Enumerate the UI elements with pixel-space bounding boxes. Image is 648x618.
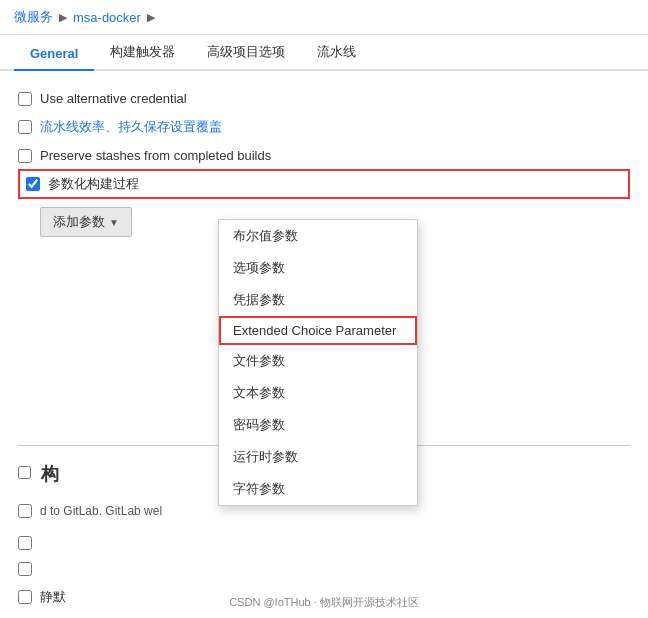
section-label-gou: 构 [41, 462, 59, 486]
arrow-down-icon: ▼ [109, 217, 119, 228]
dropdown-menu: 布尔值参数 选项参数 凭据参数 Extended Choice Paramete… [218, 219, 418, 506]
tab-advanced[interactable]: 高级项目选项 [191, 35, 301, 71]
breadcrumb: 微服务 ▶ msa-docker ▶ [0, 0, 648, 35]
gitlab-text: d to GitLab. GitLab wel [40, 498, 162, 524]
add-param-button[interactable]: 添加参数 ▼ [40, 207, 132, 237]
label-silent: 静默 [40, 588, 66, 606]
checkbox-extra-1[interactable] [18, 466, 31, 479]
tab-bar: General 构建触发器 高级项目选项 流水线 [0, 35, 648, 71]
tab-general[interactable]: General [14, 38, 94, 71]
breadcrumb-root[interactable]: 微服务 [14, 8, 53, 26]
dropdown-item-string[interactable]: 字符参数 [219, 473, 417, 505]
dropdown-item-password[interactable]: 密码参数 [219, 409, 417, 441]
label-preserve-stashes: Preserve stashes from completed builds [40, 148, 271, 163]
main-content: Use alternative credential 流水线效率、持久保存设置覆… [0, 71, 648, 618]
checkbox-row-parameterize: 参数化构建过程 [18, 169, 630, 199]
checkbox-pipeline-efficiency[interactable] [18, 120, 32, 134]
checkbox-row-3: Preserve stashes from completed builds [18, 142, 630, 169]
label-pipeline-efficiency: 流水线效率、持久保存设置覆盖 [40, 118, 222, 136]
dropdown-item-choice[interactable]: 选项参数 [219, 252, 417, 284]
add-param-label: 添加参数 [53, 213, 105, 231]
breadcrumb-project[interactable]: msa-docker [73, 10, 141, 25]
dropdown-item-bool[interactable]: 布尔值参数 [219, 220, 417, 252]
dropdown-item-text[interactable]: 文本参数 [219, 377, 417, 409]
checkbox-preserve-stashes[interactable] [18, 149, 32, 163]
breadcrumb-sep1: ▶ [59, 11, 67, 24]
checkbox-extra-3[interactable] [18, 536, 32, 550]
breadcrumb-sep2: ▶ [147, 11, 155, 24]
tab-build-trigger[interactable]: 构建触发器 [94, 35, 191, 71]
checkbox-row-ex3 [18, 530, 630, 556]
label-alternative-credential: Use alternative credential [40, 91, 187, 106]
tab-pipeline[interactable]: 流水线 [301, 35, 372, 71]
checkbox-parameterize-build[interactable] [26, 177, 40, 191]
dropdown-item-extended-choice[interactable]: Extended Choice Parameter [219, 316, 417, 345]
checkbox-row-1: Use alternative credential [18, 85, 630, 112]
checkbox-row-2: 流水线效率、持久保存设置覆盖 [18, 112, 630, 142]
dropdown-item-runtime[interactable]: 运行时参数 [219, 441, 417, 473]
dropdown-item-file[interactable]: 文件参数 [219, 345, 417, 377]
checkbox-extra-2[interactable] [18, 504, 32, 518]
checkbox-silent[interactable] [18, 590, 32, 604]
checkbox-alternative-credential[interactable] [18, 92, 32, 106]
checkbox-extra-4[interactable] [18, 562, 32, 576]
checkbox-row-ex4 [18, 556, 630, 582]
watermark: CSDN @IoTHub · 物联网开源技术社区 [229, 595, 419, 610]
label-parameterize-build: 参数化构建过程 [48, 175, 139, 193]
dropdown-item-credential[interactable]: 凭据参数 [219, 284, 417, 316]
